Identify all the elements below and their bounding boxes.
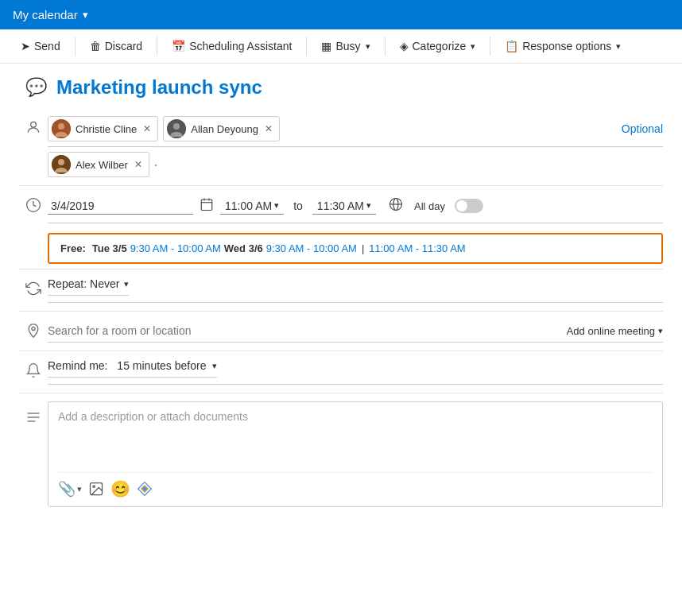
discard-label: Discard	[105, 40, 142, 52]
description-form-row: Add a description or attach documents 📎 …	[19, 397, 663, 512]
top-bar: My calendar ▾	[0, 0, 682, 29]
reminder-content: Remind me: 15 minutes before ▾	[48, 359, 663, 385]
description-toolbar: 📎 ▾ 😊	[58, 472, 653, 498]
globe-icon[interactable]	[389, 197, 403, 215]
free-wed-time2[interactable]: 11:00 AM - 11:30 AM	[369, 242, 465, 254]
send-button[interactable]: ➤ Send	[13, 36, 68, 56]
attendee-dot: ·	[154, 157, 158, 173]
image-button[interactable]	[88, 481, 104, 497]
separator-5	[19, 393, 663, 393]
emoji-icon: 😊	[110, 479, 130, 498]
separator-1	[19, 185, 663, 186]
image-icon	[88, 481, 104, 497]
avatar-alex	[52, 155, 71, 174]
calendar-icon[interactable]	[200, 197, 214, 215]
avatar-allan	[167, 119, 186, 138]
response-options-button[interactable]: 📋 Response options ▾	[497, 36, 629, 56]
separator-2	[19, 269, 663, 269]
reminder-row-icon	[19, 362, 48, 378]
datetime-form-row: 11:00 AM ▾ to 11:30 AM ▾ All day	[19, 189, 663, 228]
datetime-content: 11:00 AM ▾ to 11:30 AM ▾ All day	[48, 194, 663, 223]
reminder-form-row: Remind me: 15 minutes before ▾	[19, 354, 663, 389]
divider-5	[490, 37, 490, 56]
attendees-row2: Alex Wilber ✕ ·	[48, 147, 663, 177]
paint-icon	[137, 481, 153, 497]
allday-toggle[interactable]	[455, 199, 483, 213]
reminder-select[interactable]: Remind me: 15 minutes before ▾	[48, 359, 217, 378]
categorize-label: Categorize	[413, 40, 467, 52]
svg-rect-8	[201, 200, 212, 211]
divider-3	[306, 37, 307, 56]
attendees-form-row: Christie Cline ✕ Allan Deyoung ✕	[19, 111, 663, 182]
divider-4	[385, 37, 386, 56]
response-chevron: ▾	[616, 41, 621, 52]
attendee-row-icon	[19, 119, 48, 135]
repeat-content: Repeat: Never ▾	[48, 277, 663, 303]
allday-label: All day	[414, 200, 445, 212]
busy-button[interactable]: ▦ Busy ▾	[313, 36, 378, 56]
free-tue-day: Tue 3/5	[92, 242, 127, 254]
location-input[interactable]	[48, 324, 567, 337]
separator-3	[19, 311, 663, 312]
avatar-christie	[52, 119, 71, 138]
add-online-label: Add online meeting	[567, 325, 655, 337]
discard-button[interactable]: 🗑 Discard	[82, 36, 150, 56]
discard-icon: 🗑	[90, 40, 101, 52]
description-row-icon	[19, 409, 48, 425]
description-area: Add a description or attach documents 📎 …	[48, 401, 663, 507]
optional-button[interactable]: Optional	[622, 122, 663, 135]
repeat-form-row: Repeat: Never ▾	[19, 273, 663, 308]
scheduling-icon: 📅	[172, 40, 185, 52]
meeting-title[interactable]: Marketing launch sync	[56, 76, 262, 99]
repeat-value: Never	[90, 277, 119, 290]
attendee-tag-allan[interactable]: Allan Deyoung ✕	[163, 116, 280, 141]
repeat-select[interactable]: Repeat: Never ▾	[48, 277, 129, 296]
reminder-value: 15 minutes before	[117, 359, 206, 372]
date-input[interactable]	[48, 198, 193, 215]
description-placeholder[interactable]: Add a description or attach documents	[58, 410, 653, 466]
repeat-row-icon	[19, 281, 48, 296]
free-wed-day: Wed 3/6	[224, 242, 263, 254]
location-content: Add online meeting ▾	[48, 320, 663, 343]
repeat-label: Repeat:	[48, 277, 87, 290]
free-tue-times[interactable]: 9:30 AM - 10:00 AM	[130, 242, 221, 254]
response-label: Response options	[522, 40, 611, 52]
scheduling-assistant-button[interactable]: 📅 Scheduling Assistant	[164, 36, 300, 56]
calendar-title[interactable]: My calendar	[13, 8, 78, 21]
toggle-knob	[456, 200, 467, 211]
paint-button[interactable]	[137, 481, 153, 497]
remove-alex[interactable]: ✕	[134, 159, 142, 170]
attachment-button[interactable]: 📎 ▾	[58, 480, 82, 498]
separator-4	[19, 351, 663, 351]
add-online-chevron: ▾	[658, 326, 663, 336]
reminder-label: Remind me:	[48, 359, 107, 372]
location-row-icon	[19, 323, 48, 339]
meeting-chat-icon: 💬	[25, 77, 47, 98]
attendee-name-alex: Alex Wilber	[76, 159, 128, 171]
free-wed-time1[interactable]: 9:30 AM - 10:00 AM	[266, 242, 357, 254]
attendee-tag-christie[interactable]: Christie Cline ✕	[48, 116, 158, 141]
response-icon: 📋	[505, 40, 518, 52]
attachment-chevron: ▾	[77, 484, 82, 494]
busy-chevron: ▾	[366, 41, 370, 52]
title-row: 💬 Marketing launch sync	[25, 76, 663, 99]
to-label: to	[293, 200, 303, 212]
svg-point-2	[58, 123, 64, 130]
busy-icon: ▦	[321, 40, 331, 52]
add-online-meeting-button[interactable]: Add online meeting ▾	[567, 325, 663, 337]
clock-row-icon	[19, 197, 48, 213]
end-time-select[interactable]: 11:30 AM ▾	[312, 198, 376, 215]
toolbar: ➤ Send 🗑 Discard 📅 Scheduling Assistant …	[0, 29, 682, 64]
free-label: Free:	[60, 242, 86, 254]
remove-christie[interactable]: ✕	[143, 123, 151, 134]
svg-point-20	[93, 486, 95, 488]
start-time-select[interactable]: 11:00 AM ▾	[220, 198, 284, 215]
attendee-tag-alex[interactable]: Alex Wilber ✕	[48, 152, 149, 177]
remove-allan[interactable]: ✕	[265, 123, 273, 134]
categorize-chevron: ▾	[471, 41, 475, 52]
categorize-button[interactable]: ◈ Categorize ▾	[392, 36, 484, 56]
calendar-chevron[interactable]: ▾	[83, 9, 88, 21]
emoji-button[interactable]: 😊	[110, 479, 130, 498]
end-time-chevron: ▾	[366, 200, 371, 211]
start-time-value: 11:00 AM	[225, 200, 272, 212]
